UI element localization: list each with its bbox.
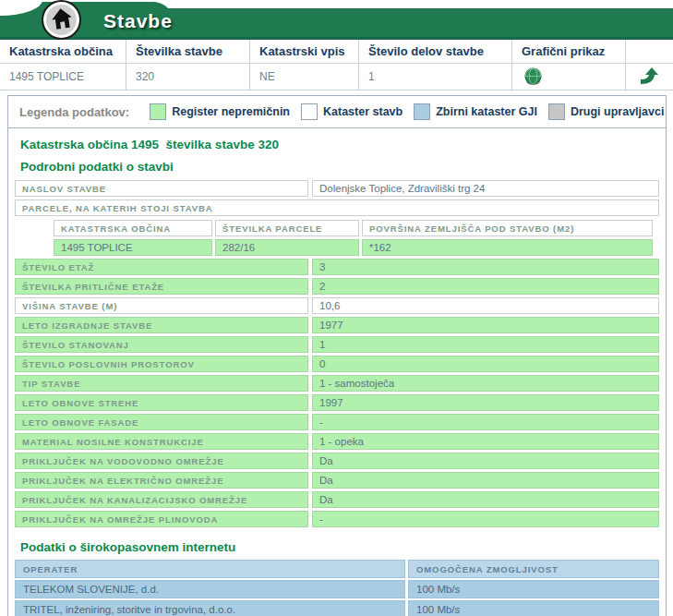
stavbe-page: Stavbe Katastrska občina Številka stavbe… — [0, 0, 673, 616]
detail-value: Da — [312, 472, 659, 489]
legend-label-register-nepremicnin: Register nepremičnin — [172, 105, 290, 118]
legend-swatch-register-nepremicnin — [150, 103, 166, 120]
detail-label: PRIKLJUČEK NA ELEKTRIČNO OMREŽJE — [15, 472, 308, 489]
detail-label: LETO IZGRADNJE STAVBE — [15, 317, 308, 333]
parcel-cell: *162 — [362, 239, 653, 256]
detail-value: Da — [312, 491, 659, 508]
bent-arrow-up-icon[interactable] — [640, 67, 660, 86]
parcels-section-row: PARCELE, NA KATERIH STOJI STAVBA — [15, 199, 659, 216]
detail-row: ŠTEVILO POSLOVNIH PROSTOROV0 — [15, 356, 659, 372]
address-row: NASLOV STAVBE Dolenjske Toplice, Zdravil… — [15, 180, 659, 197]
detail-row: ŠTEVILO ETAŽ3 — [15, 259, 659, 275]
legend-title: Legenda podatkov: — [19, 105, 129, 119]
summary-value-row: 1495 TOPLICE 320 NE 1 — [0, 64, 673, 91]
detail-label: PRIKLJUČEK NA KANALIZACIJSKO OMREŽJE — [15, 491, 308, 508]
value-katastrski-vpis: NE — [250, 64, 359, 90]
detail-row: PRIKLJUČEK NA KANALIZACIJSKO OMREŽJEDa — [15, 491, 659, 508]
detail-label: ŠTEVILO STANOVANJ — [15, 336, 308, 353]
legend-swatch-zbirni-kataster-gji — [414, 103, 430, 120]
internet-header-row: OPERATER OMOGOČENA ZMOGLJIVOST — [15, 560, 659, 578]
building-detail-panel: Legenda podatkov: Register nepremičnin K… — [7, 95, 667, 616]
parcels-header-row: KATASTRSKA OBČINA ŠTEVILKA PARCELE POVRŠ… — [54, 220, 653, 236]
detail-label: ŠTEVILO POSLOVNIH PROSTOROV — [15, 356, 308, 372]
detail-value: 1977 — [312, 317, 659, 333]
app-logo — [42, 0, 81, 40]
legend-swatch-kataster-stavb — [301, 103, 318, 120]
detail-label: LETO OBNOVE FASADE — [15, 414, 308, 430]
legend-swatch-drugi-upravljavci — [548, 103, 565, 120]
detail-row: LETO IZGRADNJE STAVBE1977 — [15, 317, 659, 333]
internet-table: OPERATER OMOGOČENA ZMOGLJIVOST TELEKOM S… — [15, 560, 659, 616]
detail-value: 2 — [312, 278, 659, 295]
col-katastrski-vpis: Katastrski vpis — [250, 40, 359, 63]
col-stevilka-stavbe: Številka stavbe — [126, 40, 250, 63]
parcel-cell: 282/16 — [215, 239, 359, 256]
address-label: NASLOV STAVBE — [15, 180, 308, 197]
col-graficni-prikaz: Grafični prikaz — [512, 40, 626, 63]
globe-icon[interactable] — [523, 67, 543, 87]
page-title: Stavbe — [103, 10, 173, 32]
building-heading: Katastrska občina 1495 številka stavbe 3… — [20, 138, 666, 151]
detail-label: VIŠINA STAVBE (M) — [15, 297, 308, 314]
detail-row: PRIKLJUČEK NA ELEKTRIČNO OMREŽJEDa — [15, 472, 659, 489]
detail-row: MATERIAL NOSILNE KONSTRUKCIJE1 - opeka — [15, 433, 659, 450]
detail-label: ŠTEVILO ETAŽ — [15, 259, 308, 275]
internet-col-operater: OPERATER — [15, 560, 405, 578]
detail-label: PRIKLJUČEK NA OMREŽJE PLINOVODA — [15, 511, 308, 527]
detail-value: 1997 — [312, 394, 659, 411]
detail-value: Da — [312, 453, 659, 469]
operator-name: TELEKOM SLOVENIJE, d.d. — [15, 580, 405, 598]
page-banner: Stavbe — [0, 0, 673, 37]
detail-row: TIP STAVBE1 - samostoječa — [15, 375, 659, 392]
detail-value: 0 — [312, 356, 659, 372]
building-summary-table: Katastrska občina Številka stavbe Katast… — [0, 37, 673, 91]
parcel-col-stevilka-parcele: ŠTEVILKA PARCELE — [215, 220, 359, 236]
legend-label-kataster-stavb: Kataster stavb — [323, 105, 403, 118]
detail-row: ŠTEVILO STANOVANJ1 — [15, 336, 659, 353]
operator-capacity: 100 Mb/s — [408, 580, 659, 598]
detail-value: 1 - samostoječa — [312, 375, 659, 392]
detail-row: PRIKLJUČEK NA OMREŽJE PLINOVODA- — [15, 511, 659, 527]
detail-value: 1 — [312, 336, 659, 353]
col-actions — [626, 40, 673, 63]
detail-label: MATERIAL NOSILNE KONSTRUKCIJE — [15, 433, 308, 450]
details-rows: ŠTEVILO ETAŽ3ŠTEVILKA PRITLIČNE ETAŽE2VI… — [8, 259, 666, 527]
detail-value: 1 - opeka — [312, 433, 659, 450]
internet-heading: Podatki o širokopasovnem internetu — [20, 540, 666, 554]
internet-rows: TELEKOM SLOVENIJE, d.d.100 Mb/sTRITEL, i… — [15, 580, 659, 616]
detail-row: ŠTEVILKA PRITLIČNE ETAŽE2 — [15, 278, 659, 295]
internet-col-zmogljivost: OMOGOČENA ZMOGLJIVOST — [408, 560, 659, 578]
parcel-cell: 1495 TOPLICE — [54, 239, 212, 256]
value-stevilka-stavbe: 320 — [126, 64, 250, 90]
summary-header-row: Katastrska občina Številka stavbe Katast… — [0, 40, 673, 64]
data-legend: Legenda podatkov: Register nepremičnin K… — [8, 96, 666, 128]
detail-value: 3 — [312, 259, 659, 275]
operator-capacity: 100 Mb/s — [408, 600, 659, 616]
address-value: Dolenjske Toplice, Zdraviliški trg 24 — [312, 180, 659, 197]
detail-row: LETO OBNOVE STREHE1997 — [15, 394, 659, 411]
detail-label: LETO OBNOVE STREHE — [15, 394, 308, 411]
detail-row: LETO OBNOVE FASADE- — [15, 414, 659, 430]
detail-row: PRIKLJUČEK NA VODOVODNO OMREŽJEDa — [15, 453, 659, 469]
parcels-rows: 1495 TOPLICE282/16*162 — [54, 239, 653, 256]
col-stevilo-delov-stavbe: Število delov stavbe — [359, 40, 512, 63]
legend-label-zbirni-kataster-gji: Zbirni kataster GJI — [436, 105, 537, 118]
legend-label-drugi-upravljavci: Drugi upravljavci — [571, 105, 664, 118]
detail-label: ŠTEVILKA PRITLIČNE ETAŽE — [15, 278, 308, 295]
parcel-col-povrsina: POVRŠINA ZEMLJIŠČA POD STAVBO (M2) — [362, 220, 653, 236]
parcels-table: KATASTRSKA OBČINA ŠTEVILKA PARCELE POVRŠ… — [54, 220, 653, 256]
house-icon — [51, 7, 73, 33]
col-katastrska-obcina: Katastrska občina — [0, 40, 126, 63]
details-heading: Podrobni podatki o stavbi — [20, 160, 666, 174]
detail-value: - — [312, 414, 659, 430]
value-stevilo-delov-stavbe: 1 — [359, 64, 512, 90]
detail-value: - — [312, 511, 659, 527]
value-katastrska-obcina: 1495 TOPLICE — [0, 64, 126, 90]
parcel-col-katastrska-obcina: KATASTRSKA OBČINA — [54, 220, 212, 236]
parcel-row: 1495 TOPLICE282/16*162 — [54, 239, 653, 256]
detail-row: VIŠINA STAVBE (M)10,6 — [15, 297, 659, 314]
internet-row: TELEKOM SLOVENIJE, d.d.100 Mb/s — [15, 580, 659, 598]
parcels-section-label: PARCELE, NA KATERIH STOJI STAVBA — [15, 199, 659, 216]
detail-label: TIP STAVBE — [15, 375, 308, 392]
internet-row: TRITEL, inženiring, storitve in trgovina… — [15, 600, 659, 616]
